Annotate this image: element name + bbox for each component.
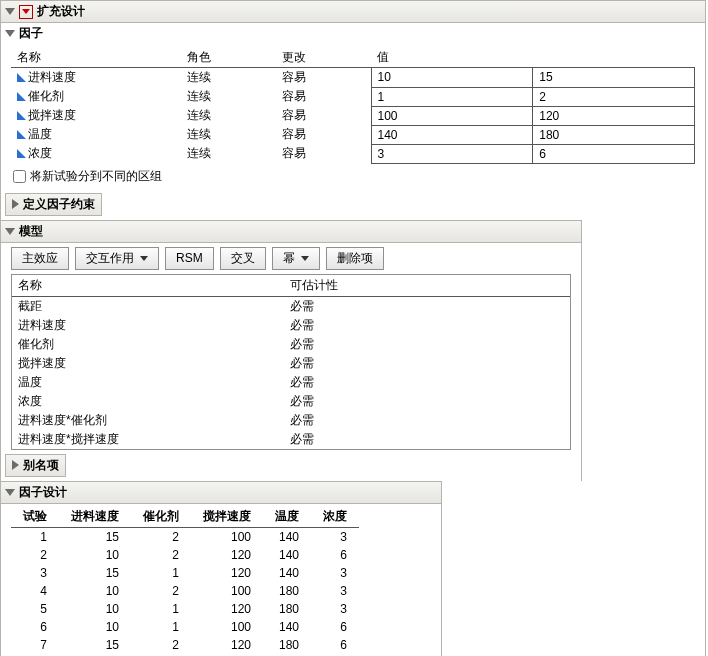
alias-title: 别名项: [23, 457, 59, 474]
design-row[interactable]: 31511201403: [11, 564, 359, 582]
disclosure-icon[interactable]: [5, 489, 15, 496]
high-value-cell[interactable]: 120: [533, 106, 695, 125]
factor-row[interactable]: 温度连续容易140180: [11, 125, 695, 144]
model-col-est: 可估计性: [284, 275, 344, 296]
col-change: 更改: [276, 48, 371, 68]
chevron-down-icon: [140, 256, 148, 261]
factor-row[interactable]: 进料速度连续容易1015: [11, 68, 695, 88]
design-col: 搅拌速度: [191, 506, 263, 528]
constraints-title: 定义因子约束: [23, 196, 95, 213]
remove-term-button[interactable]: 删除项: [326, 247, 384, 270]
disclosure-icon[interactable]: [5, 228, 15, 235]
design-table: 试验进料速度催化剂搅拌速度温度浓度 1152100140321021201406…: [11, 506, 359, 657]
low-value-cell[interactable]: 1: [371, 87, 533, 106]
chevron-down-icon: [301, 256, 309, 261]
low-value-cell[interactable]: 140: [371, 125, 533, 144]
augment-design-panel: 扩充设计 因子 名称 角色 更改 值 进料速度连续容易1015催化剂连续容易12…: [0, 0, 706, 656]
model-title: 模型: [19, 223, 43, 240]
model-term-row[interactable]: 截距必需: [12, 297, 570, 316]
factor-row[interactable]: 浓度连续容易36: [11, 144, 695, 163]
model-terms-list[interactable]: 名称 可估计性 截距必需进料速度必需催化剂必需搅拌速度必需温度必需浓度必需进料速…: [11, 274, 571, 450]
high-value-cell[interactable]: 180: [533, 125, 695, 144]
block-checkbox[interactable]: [13, 170, 26, 183]
panel-header[interactable]: 扩充设计: [1, 1, 705, 23]
design-col: 温度: [263, 506, 311, 528]
continuous-icon: [17, 73, 26, 82]
model-term-row[interactable]: 搅拌速度必需: [12, 354, 570, 373]
col-values: 值: [371, 48, 695, 68]
high-value-cell[interactable]: 2: [533, 87, 695, 106]
factors-header[interactable]: 因子: [1, 23, 705, 44]
cross-button[interactable]: 交叉: [220, 247, 266, 270]
design-row[interactable]: 41021001803: [11, 582, 359, 600]
high-value-cell[interactable]: 6: [533, 144, 695, 163]
menu-drop-icon[interactable]: [19, 5, 33, 19]
power-button[interactable]: 幂: [272, 247, 320, 270]
design-col: 进料速度: [59, 506, 131, 528]
design-row[interactable]: 71521201806: [11, 636, 359, 654]
model-header[interactable]: 模型: [1, 220, 581, 243]
block-label: 将新试验分到不同的区组: [30, 168, 162, 185]
low-value-cell[interactable]: 100: [371, 106, 533, 125]
factors-title: 因子: [19, 25, 43, 42]
design-row[interactable]: 21021201406: [11, 546, 359, 564]
rsm-button[interactable]: RSM: [165, 247, 214, 270]
design-col: 浓度: [311, 506, 359, 528]
design-title: 因子设计: [19, 484, 67, 501]
factors-table: 名称 角色 更改 值 进料速度连续容易1015催化剂连续容易12搅拌速度连续容易…: [11, 48, 695, 164]
design-row[interactable]: 51011201803: [11, 600, 359, 618]
factor-row[interactable]: 催化剂连续容易12: [11, 87, 695, 106]
col-name: 名称: [11, 48, 181, 68]
model-col-name: 名称: [12, 275, 284, 296]
constraints-header[interactable]: 定义因子约束: [5, 193, 102, 216]
low-value-cell[interactable]: 10: [371, 68, 533, 88]
design-col: 催化剂: [131, 506, 191, 528]
model-term-row[interactable]: 进料速度必需: [12, 316, 570, 335]
design-header[interactable]: 因子设计: [1, 481, 441, 504]
panel-title: 扩充设计: [37, 3, 85, 20]
model-term-row[interactable]: 温度必需: [12, 373, 570, 392]
model-term-row[interactable]: 进料速度*搅拌速度必需: [12, 430, 570, 449]
block-checkbox-row[interactable]: 将新试验分到不同的区组: [13, 168, 693, 185]
model-term-row[interactable]: 催化剂必需: [12, 335, 570, 354]
design-col: 试验: [11, 506, 59, 528]
design-row[interactable]: 61011001406: [11, 618, 359, 636]
col-role: 角色: [181, 48, 276, 68]
low-value-cell[interactable]: 3: [371, 144, 533, 163]
disclosure-icon[interactable]: [12, 460, 19, 470]
continuous-icon: [17, 130, 26, 139]
disclosure-icon[interactable]: [5, 8, 15, 15]
model-term-row[interactable]: 进料速度*催化剂必需: [12, 411, 570, 430]
high-value-cell[interactable]: 15: [533, 68, 695, 88]
factors-content: 名称 角色 更改 值 进料速度连续容易1015催化剂连续容易12搅拌速度连续容易…: [1, 44, 705, 193]
main-effects-button[interactable]: 主效应: [11, 247, 69, 270]
model-term-row[interactable]: 浓度必需: [12, 392, 570, 411]
continuous-icon: [17, 92, 26, 101]
disclosure-icon[interactable]: [5, 30, 15, 37]
alias-header[interactable]: 别名项: [5, 454, 66, 477]
continuous-icon: [17, 111, 26, 120]
continuous-icon: [17, 149, 26, 158]
factor-row[interactable]: 搅拌速度连续容易100120: [11, 106, 695, 125]
model-button-bar: 主效应 交互作用 RSM 交叉 幂 删除项: [1, 243, 581, 274]
interactions-button[interactable]: 交互作用: [75, 247, 159, 270]
design-row[interactable]: 11521001403: [11, 527, 359, 546]
disclosure-icon[interactable]: [12, 199, 19, 209]
